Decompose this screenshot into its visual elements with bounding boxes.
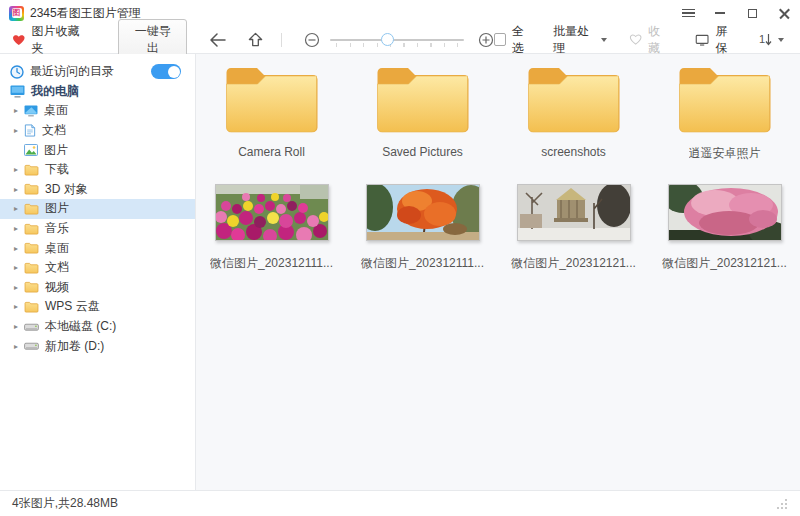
image-thumbnail[interactable] (668, 184, 782, 241)
expand-arrow-icon[interactable]: ▸ (14, 244, 24, 253)
sidebar-item-label: 桌面 (45, 240, 69, 257)
image-item-2[interactable]: 微信图片_202312111... (347, 184, 498, 272)
sidebar-item-pictures-selected[interactable]: ▸ 图片 (0, 199, 195, 219)
zoom-out-icon (304, 32, 320, 48)
batch-process-dropdown[interactable]: 批量处理 (553, 23, 606, 57)
folder-name: screenshots (541, 145, 606, 159)
chevron-down-icon (778, 38, 784, 42)
expand-arrow-icon[interactable]: ▸ (14, 204, 24, 213)
favorites-label: 图片收藏夹 (32, 23, 86, 57)
folder-icon (24, 262, 39, 274)
expand-arrow-icon[interactable]: ▸ (14, 322, 24, 331)
recent-dirs-label: 最近访问的目录 (30, 63, 114, 80)
image-item-4[interactable]: 微信图片_202312121... (649, 184, 800, 272)
folder-icon (24, 164, 39, 176)
zoom-slider-ticks (336, 43, 458, 47)
file-grid: Camera Roll Saved Pictures screenshots (196, 54, 800, 490)
back-button[interactable] (209, 33, 226, 47)
folder-icon (24, 301, 39, 313)
sidebar-item-my-computer[interactable]: 我的电脑 (0, 82, 195, 102)
sidebar-item-pictures-lib[interactable]: 图片 (0, 140, 195, 160)
zoom-slider-handle[interactable] (381, 33, 394, 46)
image-thumbnail[interactable] (366, 184, 480, 241)
svg-text:1: 1 (759, 33, 765, 45)
sidebar-item-drive-d[interactable]: ▸ 新加卷 (D:) (0, 336, 195, 356)
sidebar-item-label: 桌面 (44, 102, 68, 119)
select-all-checkbox[interactable] (494, 33, 506, 46)
thumbnail-art-snow-carousel (518, 185, 630, 240)
expand-arrow-icon[interactable]: ▸ (14, 106, 24, 115)
recent-dirs-toggle[interactable] (151, 64, 181, 79)
status-bar: 4张图片,共28.48MB (0, 490, 800, 516)
sidebar-item-3d-objects[interactable]: ▸ 3D 对象 (0, 180, 195, 200)
desktop-icon (24, 105, 38, 117)
thumbnail-art-pink-blossoms (669, 185, 781, 240)
sidebar-item-downloads[interactable]: ▸ 下载 (0, 160, 195, 180)
maximize-icon (748, 9, 757, 18)
expand-arrow-icon[interactable]: ▸ (14, 283, 24, 292)
drive-icon (24, 340, 39, 352)
folder-icon (24, 223, 39, 235)
zoom-slider[interactable] (330, 32, 464, 48)
collect-button-disabled: 收藏 (629, 23, 670, 57)
folder-icon (24, 242, 39, 254)
sidebar-item-documents-folder[interactable]: ▸ 文档 (0, 258, 195, 278)
folder-icon (223, 62, 321, 136)
close-button[interactable] (768, 0, 800, 26)
sidebar-item-music[interactable]: ▸ 音乐 (0, 219, 195, 239)
expand-arrow-icon[interactable]: ▸ (14, 165, 24, 174)
folder-icon (24, 183, 39, 195)
folder-item-screenshots[interactable]: screenshots (498, 62, 649, 162)
expand-arrow-icon[interactable]: ▸ (14, 185, 24, 194)
zoom-out-button[interactable] (304, 32, 320, 48)
folder-item-memu-photos[interactable]: 逍遥安卓照片 (649, 62, 800, 162)
select-all-control[interactable]: 全选 (494, 23, 533, 57)
resize-grip[interactable] (777, 498, 788, 509)
image-thumbnail[interactable] (215, 184, 329, 241)
minimize-icon (715, 12, 725, 14)
document-icon (24, 124, 36, 137)
app-logo-icon: 图 (9, 6, 24, 21)
sidebar-item-desktop-folder[interactable]: ▸ 桌面 (0, 238, 195, 258)
expand-arrow-icon[interactable]: ▸ (14, 342, 24, 351)
image-thumbnail[interactable] (517, 184, 631, 241)
folder-item-camera-roll[interactable]: Camera Roll (196, 62, 347, 162)
sidebar-item-label: 下载 (45, 161, 69, 178)
sort-dropdown[interactable]: 1 (759, 32, 784, 47)
sidebar-item-videos[interactable]: ▸ 视频 (0, 278, 195, 298)
expand-arrow-icon[interactable]: ▸ (14, 126, 24, 135)
image-item-3[interactable]: 微信图片_202312121... (498, 184, 649, 272)
image-filename: 微信图片_202312111... (361, 255, 484, 272)
sidebar-item-label: 文档 (42, 122, 66, 139)
maximize-button[interactable] (736, 0, 768, 26)
expand-arrow-icon[interactable]: ▸ (14, 224, 24, 233)
folder-icon (374, 62, 472, 136)
zoom-slider-track[interactable] (330, 39, 464, 41)
recent-dirs-row: 最近访问的目录 (0, 62, 195, 82)
sidebar-item-desktop[interactable]: ▸ 桌面 (0, 101, 195, 121)
screensaver-monitor-icon (695, 33, 709, 47)
toolbar-divider (281, 33, 282, 47)
app-logo-glyph: 图 (12, 8, 22, 18)
chevron-down-icon (601, 38, 607, 42)
sidebar-item-wps-cloud[interactable]: ▸ WPS 云盘 (0, 297, 195, 317)
collect-heart-icon (629, 33, 642, 46)
up-home-button[interactable] (248, 32, 263, 47)
sidebar-item-drive-c[interactable]: ▸ 本地磁盘 (C:) (0, 317, 195, 337)
image-filename: 微信图片_202312121... (662, 255, 787, 272)
sidebar-item-documents[interactable]: ▸ 文档 (0, 121, 195, 141)
sidebar-item-label: 本地磁盘 (C:) (45, 318, 116, 335)
folder-name: Saved Pictures (382, 145, 463, 159)
sidebar-item-label: 新加卷 (D:) (45, 338, 104, 355)
thumbnail-art-flower-beds (216, 185, 328, 240)
sort-order-icon: 1 (759, 32, 773, 47)
zoom-in-button[interactable] (478, 32, 494, 48)
folder-icon (24, 203, 39, 215)
expand-arrow-icon[interactable]: ▸ (14, 263, 24, 272)
folder-item-saved-pictures[interactable]: Saved Pictures (347, 62, 498, 162)
favorites-heart-icon[interactable] (12, 33, 26, 47)
close-icon (779, 8, 790, 19)
expand-arrow-icon[interactable]: ▸ (14, 302, 24, 311)
image-item-1[interactable]: 微信图片_202312111... (196, 184, 347, 272)
screensaver-button[interactable]: 屏保 (695, 23, 737, 57)
